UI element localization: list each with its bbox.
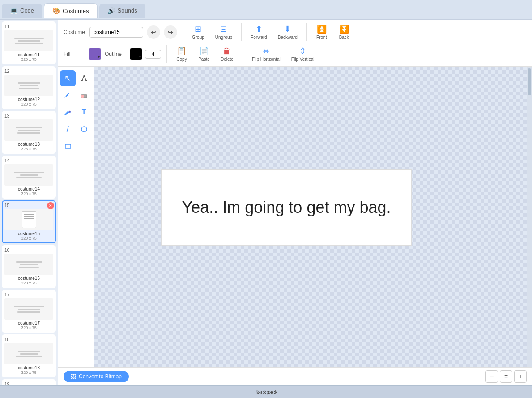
rect-tool[interactable] — [60, 138, 76, 154]
costume-size: 320 x 75 — [4, 102, 53, 106]
fill-label: Fill — [64, 51, 86, 57]
costume-preview — [4, 30, 53, 51]
zoom-in-btn[interactable]: + — [514, 370, 527, 383]
fill-swatch-arrow: ▾ — [98, 55, 100, 59]
backward-btn[interactable]: ⬇ Backward — [274, 22, 301, 42]
zoom-reset-btn[interactable]: = — [500, 370, 512, 383]
canvas[interactable]: Yea.. Im going to get my bag. — [94, 67, 532, 367]
costume-name: costume17 — [4, 321, 53, 326]
tab-code[interactable]: 💻 Code — [2, 4, 42, 18]
toolbar-row-2: Fill ▾ Outline ▾ 📋 Copy — [64, 44, 527, 64]
brush-tool[interactable] — [60, 87, 76, 103]
forward-btn[interactable]: ⬆ Forward — [247, 22, 271, 42]
tab-code-label: Code — [20, 7, 34, 14]
flip-v-btn[interactable]: ⇕ Flip Vertical — [288, 44, 318, 64]
costume-item-18[interactable]: 18 costume18 320 x 75 — [2, 334, 56, 377]
circle-tool[interactable] — [77, 121, 92, 137]
costume-num: 19 — [4, 382, 53, 385]
paste-btn[interactable]: 📄 Paste — [195, 44, 213, 64]
main-area: 11 costume11 320 x 75 12 costume12 320 x… — [0, 20, 532, 385]
text-tool[interactable]: T — [77, 104, 92, 120]
tab-sounds[interactable]: 🔊 Sounds — [99, 4, 145, 18]
costume-num: 12 — [4, 69, 53, 74]
fill-color-swatch[interactable]: ▾ — [89, 48, 101, 60]
costume-item-12[interactable]: 12 costume12 320 x 75 — [2, 66, 56, 109]
outline-value-input[interactable] — [145, 50, 161, 59]
line-tool[interactable]: / — [60, 121, 76, 137]
divider-4 — [166, 45, 167, 63]
backward-icon: ⬇ — [284, 24, 291, 34]
costume-name: costume14 — [4, 186, 53, 191]
outline-swatch-arrow: ▾ — [139, 55, 141, 59]
costume-num: 18 — [4, 337, 53, 342]
divider-5 — [243, 45, 243, 63]
flip-h-btn[interactable]: ⇔ Flip Horizontal — [248, 44, 284, 64]
tab-costumes-label: Costumes — [63, 8, 89, 14]
costume-size: 320 x 75 — [4, 57, 53, 62]
ungroup-btn[interactable]: ⊟ Ungroup — [212, 22, 236, 42]
backpack-label: Backpack — [254, 389, 277, 395]
costume-item-11[interactable]: 11 costume11 320 x 75 — [2, 21, 56, 64]
canvas-text: Yea.. Im going to get my bag. — [182, 198, 391, 217]
costume-preview — [4, 75, 53, 96]
back-btn[interactable]: ⏬ Back — [335, 22, 353, 42]
editor-panel: Costume ↩ ↪ ⊞ Group ⊟ Ungroup ⬆ Forward — [58, 20, 532, 385]
reshape-tool[interactable] — [77, 70, 92, 86]
undo-btn[interactable]: ↩ — [147, 25, 160, 39]
costume-size: 326 x 75 — [4, 147, 53, 151]
costume-item-14[interactable]: 14 costume14 320 x 75 — [2, 156, 56, 199]
canvas-scroll-thumb[interactable] — [528, 68, 531, 95]
costume-item-13[interactable]: 13 costume13 326 x 75 — [2, 111, 56, 154]
redo-btn[interactable]: ↪ — [164, 25, 177, 39]
canvas-area: ↖ — [58, 67, 532, 367]
costume-name: costume16 — [4, 276, 53, 281]
costume-item-15[interactable]: ✕ 15 costume15 320 x 75 — [2, 200, 56, 243]
costume-item-17[interactable]: 17 costume17 320 x 75 — [2, 290, 56, 333]
fill-tool[interactable] — [60, 104, 76, 120]
svg-point-2 — [85, 80, 87, 81]
delete-costume-btn[interactable]: ✕ — [47, 202, 54, 209]
costume-name: costume15 — [4, 231, 53, 236]
outline-color-swatch[interactable]: ▾ — [130, 48, 142, 60]
tools-row-1: ↖ — [60, 70, 92, 86]
costume-preview — [4, 254, 53, 275]
copy-btn[interactable]: 📋 Copy — [172, 44, 191, 64]
zoom-out-btn[interactable]: − — [485, 370, 498, 383]
paste-icon: 📄 — [199, 46, 209, 56]
costume-list: 11 costume11 320 x 75 12 costume12 320 x… — [0, 20, 58, 385]
convert-to-bitmap-btn[interactable]: 🖼 Convert to Bitmap — [64, 371, 129, 382]
front-icon: ⏫ — [317, 24, 327, 34]
costume-item-19[interactable]: 19 🐱 costume19 — [2, 379, 56, 385]
costume-name: costume11 — [4, 52, 53, 57]
zoom-controls: − = + — [485, 370, 527, 383]
costume-num: 16 — [4, 248, 53, 253]
front-btn[interactable]: ⏫ Front — [312, 22, 331, 42]
costume-size: 320 x 75 — [4, 326, 53, 330]
canvas-scrollbar[interactable] — [527, 67, 532, 367]
delete-btn[interactable]: 🗑 Delete — [217, 45, 237, 64]
divider-1 — [183, 23, 183, 41]
costume-name: costume18 — [4, 365, 53, 370]
outline-label: Outline — [105, 51, 127, 57]
bottom-toolbar: 🖼 Convert to Bitmap − = + — [58, 367, 532, 385]
tab-costumes[interactable]: 🎨 Costumes — [44, 3, 98, 18]
costume-preview — [4, 343, 53, 364]
canvas-content-box: Yea.. Im going to get my bag. — [161, 169, 412, 246]
tab-bar: 💻 Code 🎨 Costumes 🔊 Sounds — [0, 0, 532, 20]
backpack-bar[interactable]: Backpack — [0, 385, 532, 398]
flip-v-icon: ⇕ — [299, 46, 306, 56]
group-btn[interactable]: ⊞ Group — [188, 22, 208, 42]
toolbar: Costume ↩ ↪ ⊞ Group ⊟ Ungroup ⬆ Forward — [58, 20, 532, 67]
costume-num: 17 — [4, 292, 53, 297]
costume-preview — [4, 164, 53, 186]
fill-area: Fill ▾ — [64, 48, 101, 60]
costume-size: 320 x 75 — [4, 236, 53, 241]
costume-name-input[interactable] — [89, 27, 143, 38]
tools-row-3: T — [60, 104, 92, 120]
svg-point-0 — [83, 75, 85, 77]
eraser-tool[interactable] — [77, 87, 92, 103]
costume-preview — [4, 209, 53, 230]
costume-preview — [4, 298, 53, 320]
select-tool[interactable]: ↖ — [60, 70, 76, 86]
costume-item-16[interactable]: 16 costume16 320 x 75 — [2, 245, 56, 288]
